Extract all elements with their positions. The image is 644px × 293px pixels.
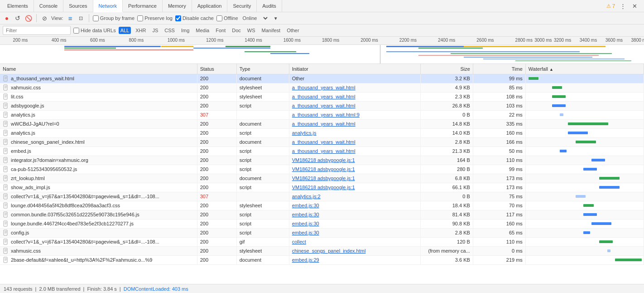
list-view-button[interactable]: ≡ [66,14,74,22]
table-row[interactable]: ca-pub-5125343095650532.js200scriptVM186… [0,165,644,174]
filter-type-manifest[interactable]: Manifest [260,26,283,34]
initiator-link[interactable]: a_thousand_years_wait.html [292,85,356,90]
table-row[interactable]: config.js200scriptembed.js:302.8 KB65 ms [0,228,644,237]
initiator-link[interactable]: a_thousand_years_wait.html [292,103,356,108]
table-row[interactable]: common.bundle.037f55c32651d22255e90738c1… [0,210,644,219]
table-row[interactable]: analytics.js307a_thousand_years_wait.htm… [0,110,644,119]
cell-time: 108 ms [473,92,525,101]
initiator-link[interactable]: a_thousand_years_wait.html [292,139,356,145]
initiator-link[interactable]: chinese_songs_panel_index.html [292,248,366,254]
disable-cache-input[interactable] [175,15,181,21]
filter-type-js[interactable]: JS [150,26,160,34]
tab-performance[interactable]: Performance [123,0,163,12]
filter-type-css[interactable]: CSS [163,26,177,34]
table-row[interactable]: lit.css200stylesheeta_thousand_years_wai… [0,92,644,101]
initiator-link[interactable]: collect [292,239,306,244]
filter-icon[interactable]: ⊘ [40,14,48,22]
preserve-log-input[interactable] [137,15,143,21]
table-row[interactable]: lounge.bundle.44672f4cc4bed783e5e2f3cb12… [0,219,644,228]
initiator-link[interactable]: a_thousand_years_wait.html [292,94,356,99]
tab-elements[interactable]: Elements [2,0,34,12]
initiator-link[interactable]: analytics.js:2 [292,194,321,199]
col-header-initiator[interactable]: Initiator [289,64,420,74]
waterfall-bar-container [529,230,641,235]
screenshot-view-button[interactable]: ⊡ [77,14,85,22]
waterfall-bar [591,222,612,225]
table-row[interactable]: xahmusic.css200stylesheetchinese_songs_p… [0,246,644,255]
throttle-expand-icon[interactable]: ▼ [272,14,280,22]
table-row[interactable]: xahmusic.css200stylesheeta_thousand_year… [0,83,644,92]
table-row[interactable]: embed.js200scripta_thousand_years_wait.h… [0,146,644,156]
initiator-link[interactable]: embed.js:30 [292,203,319,208]
cell-status: 200 [197,137,236,146]
waterfall-bar-container [529,194,641,199]
initiator-link[interactable]: VM186218 adsbygoogle.js:1 [292,176,355,181]
col-header-size[interactable]: Size [420,64,473,74]
table-row[interactable]: lounge.d0448456a5f42b8df8cea2098aa3acf3.… [0,201,644,210]
offline-input[interactable] [216,15,222,21]
hide-data-urls-input[interactable] [73,28,79,34]
tab-audits[interactable]: Audits [257,0,282,12]
initiator-link[interactable]: analytics.js [292,130,317,136]
filter-type-ws[interactable]: WS [245,26,257,34]
filter-type-img[interactable]: Img [179,26,191,34]
group-by-frame-input[interactable] [93,15,99,21]
tab-console[interactable]: Console [34,0,63,12]
hide-data-urls-checkbox[interactable]: Hide data URLs [73,28,116,34]
initiator-link[interactable]: embed.js:30 [292,230,319,235]
col-header-status[interactable]: Status [197,64,236,74]
col-header-type[interactable]: Type [236,64,289,74]
filter-toolbar: Hide data URLs ALL XHR JS CSS Img Media … [0,24,644,37]
warning-icon: ⚠ [606,3,611,9]
table-row[interactable]: collect?v=1&_v=j67&a=135404280&t=pagevie… [0,237,644,246]
tab-security[interactable]: Security [227,0,257,12]
table-row[interactable]: collect?v=1&_v=j67&a=135404280&t=pagevie… [0,192,644,201]
initiator-link[interactable]: VM186218 adsbygoogle.js:1 [292,185,355,190]
initiator-link[interactable]: embed.js:30 [292,212,319,217]
initiator-link[interactable]: VM186218 adsbygoogle.js:1 [292,157,355,163]
group-by-frame-checkbox[interactable]: Group by frame [93,15,135,21]
offline-checkbox[interactable]: Offline [216,15,238,21]
table-row[interactable]: a_thousand_years_wait.html200documentOth… [0,74,644,83]
col-header-waterfall[interactable]: Waterfall ▲ [525,64,644,74]
waterfall-bar-container [529,131,641,135]
table-row[interactable]: wWCBdJ-JgAU?rel=0200documenta_thousand_y… [0,119,644,128]
tab-application[interactable]: Application [192,0,228,12]
clear-button[interactable]: 🚫 [24,14,33,22]
initiator-link[interactable]: a_thousand_years_wait.html [292,121,356,127]
warning-badge[interactable]: ⚠ 7 [606,3,615,9]
table-row[interactable]: analytics.js200scriptanalytics.js14.0 KB… [0,128,644,137]
initiator-link[interactable]: a_thousand_years_wait.html:9 [292,112,360,117]
throttle-select[interactable]: Online Fast 3G Slow 3G Offline [241,15,269,21]
filter-type-all[interactable]: ALL [119,27,131,34]
table-row[interactable]: chinese_songs_panel_index.html200documen… [0,137,644,146]
table-row[interactable]: zrt_lookup.html200documentVM186218 adsby… [0,174,644,183]
initiator-link[interactable]: a_thousand_years_wait.html [292,148,356,154]
tab-sources[interactable]: Sources [63,0,93,12]
file-icon [3,130,9,136]
col-header-name[interactable]: Name [0,64,197,74]
initiator-link[interactable]: embed.js:30 [292,221,319,226]
table-row[interactable]: show_ads_impl.js200scriptVM186218 adsbyg… [0,183,644,192]
filter-type-xhr[interactable]: XHR [134,26,148,34]
table-row[interactable]: adsbygoogle.js200scripta_thousand_years_… [0,101,644,110]
filter-input[interactable] [3,26,71,35]
tab-memory[interactable]: Memory [163,0,192,12]
initiator-link[interactable]: embed.js:29 [292,257,319,263]
col-header-time[interactable]: Time [473,64,525,74]
table-row[interactable]: 2base-default&f=xahlee&t_u=http%3A%2F%2F… [0,255,644,264]
filter-type-other[interactable]: Other [285,26,301,34]
close-devtools-button[interactable]: ✕ [630,2,639,10]
tab-network[interactable]: Network [93,0,123,12]
filter-type-media[interactable]: Media [194,26,211,34]
disable-cache-checkbox[interactable]: Disable cache [175,15,214,21]
filter-type-doc[interactable]: Doc [230,26,243,34]
table-row[interactable]: integrator.js?domain=xahmusic.org200scri… [0,156,644,165]
record-button[interactable]: ● [3,14,11,22]
filter-type-font[interactable]: Font [214,26,227,34]
refresh-button[interactable]: ↺ [14,14,22,22]
waterfall-bar-container [529,239,641,244]
initiator-link[interactable]: VM186218 adsbygoogle.js:1 [292,166,355,172]
preserve-log-checkbox[interactable]: Preserve log [137,15,173,21]
more-options-button[interactable]: ⋮ [619,2,627,10]
